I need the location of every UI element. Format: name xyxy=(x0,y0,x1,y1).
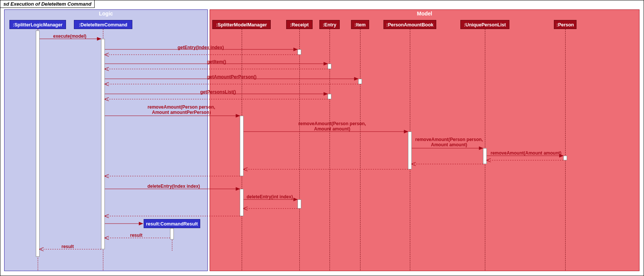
msg-removeamount-4: removeAmount(Amount amount) xyxy=(491,150,561,156)
diagram-title: sd Execution of DeleteItem Command xyxy=(0,0,95,8)
participant-person: :Person xyxy=(554,20,577,29)
participant-entry: :Entry xyxy=(319,20,340,29)
activation-upl xyxy=(483,148,487,164)
participant-splitter-model-manager: :SplitterModelManager xyxy=(212,20,271,29)
activation-smm-2 xyxy=(240,189,244,216)
activation-rcp-2 xyxy=(297,199,301,209)
activation-pab xyxy=(408,132,412,169)
msg-getpersons: getPersonsList() xyxy=(200,89,236,95)
activation-rcp-1 xyxy=(297,49,301,55)
activation-ent-2 xyxy=(328,94,331,99)
activation-psn xyxy=(563,156,567,160)
msg-removeamount-3a: removeAmount(Person person, xyxy=(413,137,485,142)
participant-person-amount-book: :PersonAmountBook xyxy=(383,20,436,29)
participant-unique-person-list: :UniquePersonList xyxy=(460,20,509,29)
participant-command-result: result:CommandResult xyxy=(144,219,200,228)
participant-receipt: :Receipt xyxy=(286,20,313,29)
msg-getentry: getEntry(Index index) xyxy=(178,45,224,50)
lifeline-itm xyxy=(360,29,360,270)
activation-dic xyxy=(101,39,105,249)
msg-removeamount-1a: removeAmount(Person person, xyxy=(140,104,223,110)
package-logic-label: Logic xyxy=(5,10,207,17)
msg-result-1: result xyxy=(130,233,143,238)
msg-removeamount-1b: Amount amountPerPerson) xyxy=(140,110,223,115)
activation-ent-1 xyxy=(328,64,331,69)
msg-removeamount-3b: Amount amount) xyxy=(413,142,485,147)
package-model-label: Model xyxy=(210,10,639,17)
msg-removeamount-2a: removeAmount(Person person, xyxy=(291,121,374,126)
msg-deleteentry-1: deleteEntry(Index index) xyxy=(147,184,200,189)
msg-removeamount-2b: Amount amount) xyxy=(291,126,374,132)
lifeline-rcp xyxy=(299,29,300,270)
msg-getamount: getAmountPerPerson() xyxy=(207,74,256,80)
activation-res xyxy=(170,228,174,239)
msg-execute: execute(model) xyxy=(53,34,86,39)
lifeline-psn xyxy=(565,29,566,270)
msg-getitem: getItem() xyxy=(207,59,226,64)
participant-delete-item-command: :DeleteItemCommand xyxy=(74,20,132,29)
activation-slm xyxy=(36,31,40,257)
diagram-frame: sd Execution of DeleteItem Command Logic… xyxy=(0,0,644,276)
msg-result-2: result xyxy=(61,244,74,249)
msg-deleteentry-2: deleteEntry(int index) xyxy=(247,194,293,199)
participant-splitter-logic-manager: :SplitterLogicManager xyxy=(9,20,66,29)
activation-itm xyxy=(358,79,362,84)
package-logic: Logic xyxy=(4,9,208,271)
participant-item: :Item xyxy=(351,20,369,29)
activation-smm-1 xyxy=(240,116,244,176)
